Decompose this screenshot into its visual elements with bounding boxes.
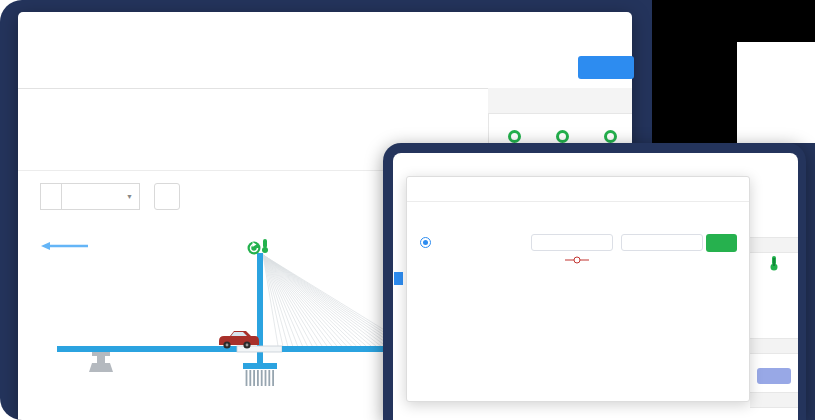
bridge-pier-cap — [243, 363, 277, 369]
bridge-diagram — [20, 215, 420, 420]
bridge-deck-joint — [237, 346, 282, 352]
legend-point-icon — [508, 130, 521, 143]
query-button[interactable] — [706, 234, 737, 252]
overlay-window — [383, 143, 806, 420]
background-blue-fragment — [394, 272, 403, 285]
vibration-chart — [413, 263, 745, 403]
overlay-window-content — [393, 153, 798, 420]
legend-point-icon — [604, 130, 617, 143]
tab-bar — [18, 58, 632, 89]
legend-point-icon — [556, 130, 569, 143]
section-select-label — [40, 183, 62, 210]
section-select-bar: ▼ — [40, 183, 180, 210]
thermometer-icon — [769, 263, 779, 273]
point-list-header-fragment — [750, 392, 798, 408]
sensor-row — [18, 92, 488, 146]
thermometer-icon — [263, 239, 267, 248]
temperature-fragment — [750, 255, 798, 273]
compare-header-fragment — [750, 338, 798, 354]
chevron-down-icon: ▼ — [126, 184, 133, 209]
compare-analysis-button[interactable] — [757, 368, 791, 384]
enlarge-section-button[interactable] — [154, 183, 180, 210]
start-time-input[interactable] — [531, 234, 613, 251]
background-white-patch — [737, 42, 815, 143]
legend-header-fragment — [750, 237, 798, 253]
section-dropdown[interactable]: ▼ — [62, 183, 140, 210]
recent-range-radio[interactable] — [420, 237, 431, 248]
legend-panel-header — [488, 88, 632, 114]
bridge-abutment — [89, 352, 113, 372]
bridge-deck-left — [57, 346, 237, 352]
realtime-curve-modal — [406, 176, 750, 402]
screenshot-stage: ▼ — [0, 0, 815, 420]
end-time-input[interactable] — [621, 234, 703, 251]
modal-header-divider — [407, 201, 749, 202]
